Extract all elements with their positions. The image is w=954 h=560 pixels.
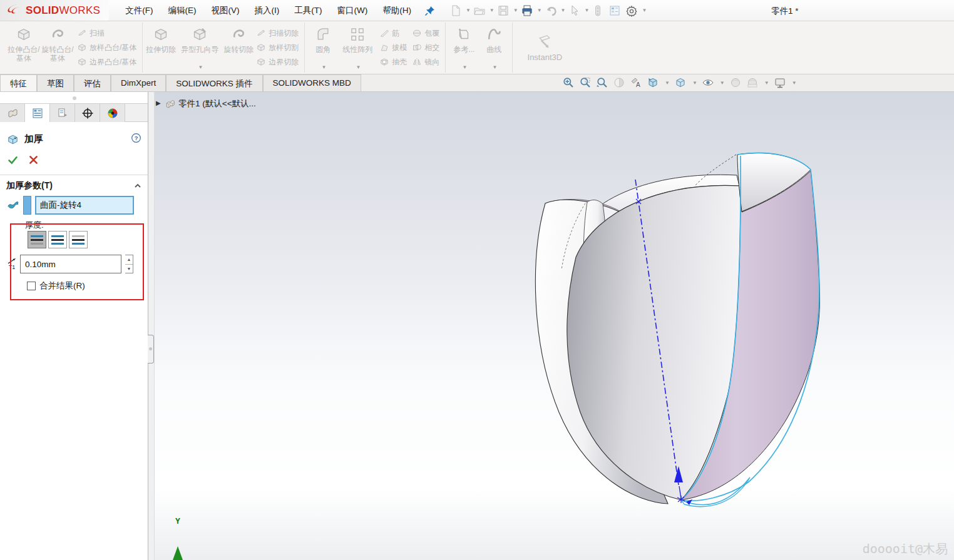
extrude-boss-button[interactable]: 拉伸凸台/基体 — [7, 23, 41, 73]
draft-button[interactable]: 拔模 — [379, 41, 407, 54]
loft-boss-button[interactable]: 放样凸台/基体 — [77, 41, 136, 54]
menu-file[interactable]: 文件(F) — [118, 1, 160, 21]
section-view-icon[interactable] — [613, 76, 625, 89]
print-dropdown-icon[interactable]: ▼ — [537, 8, 542, 13]
open-icon[interactable] — [471, 3, 488, 18]
flyout-expand-icon[interactable]: ▶ — [156, 99, 161, 106]
file-properties-icon[interactable] — [607, 3, 623, 18]
flyout-feature-tree[interactable]: 零件1 (默认<<默认... — [165, 98, 256, 109]
curves-dropdown-icon[interactable]: ▼ — [492, 65, 497, 71]
menu-help[interactable]: 帮助(H) — [375, 1, 419, 21]
new-dropdown-icon[interactable]: ▼ — [466, 8, 471, 13]
sweep-button[interactable]: 扫描 — [77, 27, 136, 39]
panel-collapse-handle[interactable] — [148, 335, 154, 364]
fillet-button[interactable]: 圆角 ▼ — [308, 23, 338, 73]
hide-show-items-icon[interactable] — [702, 76, 714, 89]
panel-drag-dot[interactable] — [73, 96, 76, 100]
panel-splitter[interactable] — [148, 92, 155, 560]
rebuild-icon[interactable] — [590, 3, 606, 18]
hole-wizard-dropdown-icon[interactable]: ▼ — [198, 65, 203, 71]
tab-dimxpert[interactable]: DimXpert — [111, 74, 166, 91]
dimxpert-manager-tab[interactable] — [75, 104, 100, 122]
intersect-button[interactable]: 相交 — [412, 41, 439, 54]
undo-icon[interactable] — [543, 3, 559, 18]
button-label: 放样凸台/基体 — [90, 43, 136, 53]
thickness-value-input[interactable]: 0.10mm — [20, 255, 121, 273]
hole-wizard-button[interactable]: 异型孔向导 ▼ — [176, 23, 223, 73]
tab-sketch[interactable]: 草图 — [37, 74, 74, 91]
menu-edit[interactable]: 编辑(E) — [160, 1, 203, 21]
select-dropdown-icon[interactable]: ▼ — [585, 8, 590, 13]
display-style-icon[interactable] — [674, 76, 687, 89]
configuration-manager-tab[interactable] — [50, 104, 75, 122]
print-icon[interactable] — [519, 3, 535, 18]
property-manager-tab[interactable] — [25, 104, 50, 122]
view-orientation-dropdown-icon[interactable]: ▼ — [665, 80, 670, 86]
view-settings-dropdown-icon[interactable]: ▼ — [792, 80, 797, 86]
zoom-area-icon[interactable] — [579, 76, 592, 89]
open-dropdown-icon[interactable]: ▼ — [490, 8, 495, 13]
hide-show-dropdown-icon[interactable]: ▼ — [720, 80, 725, 86]
revolve-boss-button[interactable]: 旋转凸台/基体 — [41, 23, 74, 73]
graphics-viewport[interactable]: ▶ 零件1 (默认<<默认... Y dooooit@木易 — [155, 92, 954, 560]
loft-cut-button[interactable]: 放样切割 — [256, 41, 299, 54]
extrude-cut-button[interactable]: 拉伸切除 — [146, 23, 176, 73]
zoom-fit-icon[interactable] — [562, 76, 575, 89]
annotation-visibility-icon[interactable]: A — [630, 76, 642, 89]
mirror-button[interactable]: 镜向 — [412, 56, 439, 68]
linear-pattern-button[interactable]: 线性阵列 ▼ — [338, 23, 377, 73]
new-document-icon[interactable] — [448, 3, 464, 18]
previous-view-icon[interactable] — [596, 76, 608, 89]
selection-box[interactable]: 曲面-旋转4 — [35, 196, 134, 215]
boundary-boss-button[interactable]: 边界凸台/基体 — [77, 56, 136, 68]
collapse-chevron-icon[interactable] — [134, 182, 141, 190]
spinner-down-icon[interactable]: ▼ — [125, 265, 133, 273]
tab-evaluate[interactable]: 评估 — [74, 74, 111, 91]
view-settings-icon[interactable] — [774, 76, 786, 89]
menu-insert[interactable]: 插入(I) — [247, 1, 287, 21]
instant3d-button[interactable]: Instant3D — [516, 23, 573, 73]
apply-scene-icon[interactable] — [746, 76, 759, 89]
tab-solidworks-addins[interactable]: SOLIDWORKS 插件 — [166, 74, 262, 91]
reference-dropdown-icon[interactable]: ▼ — [462, 65, 467, 71]
select-icon[interactable] — [567, 3, 583, 18]
thickness-spinner[interactable]: ▲▼ — [125, 255, 133, 273]
thicken-both-sides-toggle[interactable] — [48, 231, 67, 248]
display-manager-tab[interactable] — [100, 104, 125, 122]
rib-button[interactable]: 筋 — [379, 27, 407, 39]
save-icon[interactable] — [495, 3, 511, 18]
linear-pattern-dropdown-icon[interactable]: ▼ — [356, 65, 361, 71]
edit-appearance-icon[interactable] — [729, 76, 742, 89]
menu-view[interactable]: 视图(V) — [203, 1, 247, 21]
view-orientation-icon[interactable] — [647, 76, 659, 89]
model-canvas[interactable] — [155, 92, 954, 560]
pin-menu-icon[interactable] — [424, 4, 436, 17]
fillet-dropdown-icon[interactable]: ▼ — [321, 65, 326, 71]
spinner-up-icon[interactable]: ▲ — [125, 255, 133, 265]
thicken-params-header[interactable]: 加厚参数(T) — [0, 180, 148, 191]
boundary-cut-button[interactable]: 边界切除 — [256, 56, 299, 68]
tab-features[interactable]: 特征 — [0, 74, 37, 91]
menu-window[interactable]: 窗口(W) — [329, 1, 375, 21]
menu-tools[interactable]: 工具(T) — [287, 1, 329, 21]
thicken-side2-toggle[interactable] — [69, 231, 88, 248]
options-gear-icon[interactable] — [623, 3, 640, 18]
reference-geometry-button[interactable]: 参考... ▼ — [449, 23, 479, 73]
ok-check-icon[interactable] — [8, 155, 18, 167]
merge-result-checkbox[interactable] — [27, 282, 36, 290]
undo-dropdown-icon[interactable]: ▼ — [561, 8, 566, 13]
revolve-cut-button[interactable]: 旋转切除 — [223, 23, 254, 73]
apply-scene-dropdown-icon[interactable]: ▼ — [764, 80, 769, 86]
options-dropdown-icon[interactable]: ▼ — [642, 8, 647, 13]
sweep-cut-button[interactable]: 扫描切除 — [256, 27, 299, 39]
shell-button[interactable]: 抽壳 — [379, 56, 407, 68]
help-icon[interactable]: ? — [131, 133, 141, 145]
save-dropdown-icon[interactable]: ▼ — [513, 8, 518, 13]
display-style-dropdown-icon[interactable]: ▼ — [692, 80, 697, 86]
tab-solidworks-mbd[interactable]: SOLIDWORKS MBD — [263, 74, 361, 91]
wrap-button[interactable]: 包覆 — [412, 27, 439, 39]
feature-manager-tab[interactable] — [0, 104, 25, 122]
thicken-side1-toggle[interactable] — [28, 231, 46, 248]
curves-button[interactable]: 曲线 ▼ — [479, 23, 509, 73]
cancel-x-icon[interactable] — [28, 155, 39, 167]
